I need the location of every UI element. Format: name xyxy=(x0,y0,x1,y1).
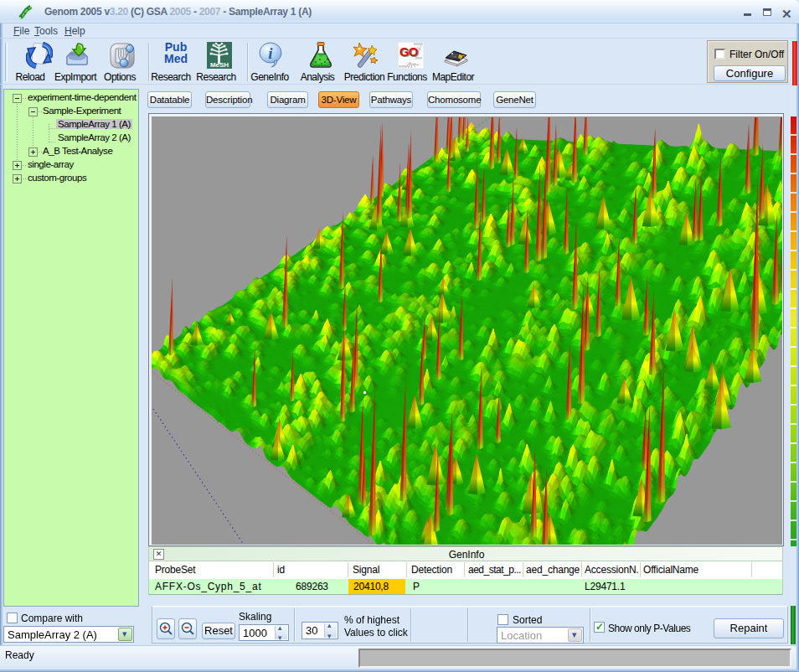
svg-text:MeSH: MeSH xyxy=(210,61,229,69)
svg-text:i: i xyxy=(268,44,273,62)
svg-text:GO: GO xyxy=(400,44,419,59)
